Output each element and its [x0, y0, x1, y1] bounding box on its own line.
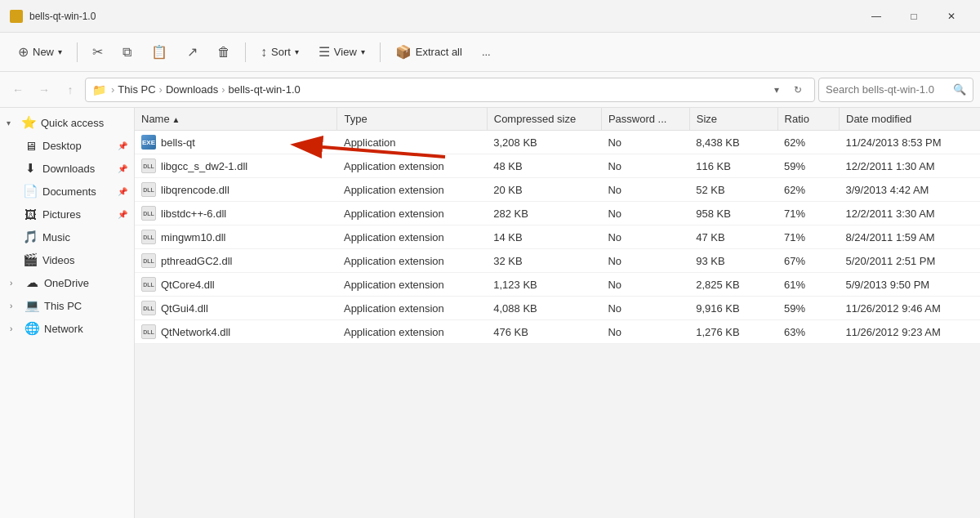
cell-size: 1,276 KB	[689, 320, 777, 344]
new-button[interactable]: ⊕ New ▾	[10, 40, 70, 64]
music-label: Music	[42, 231, 127, 243]
window-controls: — □ ✕	[858, 3, 970, 29]
share-button[interactable]: ↗	[179, 40, 206, 64]
cell-ratio: 59%	[777, 154, 839, 178]
sidebar-item-onedrive[interactable]: › ☁ OneDrive	[0, 271, 134, 294]
table-row[interactable]: DLL libgcc_s_dw2-1.dll Application exten…	[135, 154, 980, 178]
delete-icon: 🗑	[217, 45, 230, 60]
col-date[interactable]: Date modified	[840, 108, 981, 131]
table-row[interactable]: DLL libstdc++-6.dll Application extensio…	[135, 202, 980, 226]
close-button[interactable]: ✕	[933, 3, 970, 29]
minimize-button[interactable]: —	[858, 3, 895, 29]
cell-password: No	[601, 154, 689, 178]
address-input[interactable]: 📁 › This PC › Downloads › bells-qt-win-1…	[85, 78, 815, 102]
table-row[interactable]: DLL QtGui4.dll Application extension 4,0…	[135, 297, 980, 320]
pictures-icon: 🖼	[23, 207, 38, 221]
cell-size: 116 KB	[689, 154, 777, 178]
forward-button[interactable]: →	[33, 78, 56, 101]
cell-type: Application extension	[337, 297, 487, 320]
cell-password: No	[601, 249, 689, 273]
dll-file-icon: DLL	[141, 182, 156, 197]
cell-size: 93 KB	[689, 249, 777, 273]
back-button[interactable]: ←	[7, 78, 29, 101]
sort-dropdown-icon: ▾	[295, 47, 299, 56]
cell-compressed: 20 KB	[487, 178, 601, 202]
cell-type: Application extension	[337, 226, 487, 249]
cell-date: 11/26/2012 9:23 AM	[840, 320, 981, 344]
sidebar-item-thispc[interactable]: › 💻 This PC	[0, 294, 134, 317]
cell-name: DLL libgcc_s_dw2-1.dll	[135, 154, 337, 178]
downloads-label: Downloads	[42, 163, 113, 175]
sidebar-item-desktop[interactable]: 🖥 Desktop 📌	[0, 134, 134, 157]
cell-date: 8/24/2011 1:59 AM	[840, 226, 981, 249]
table-row[interactable]: DLL QtCore4.dll Application extension 1,…	[135, 273, 980, 297]
table-row[interactable]: EXE bells-qt Application 3,208 KB No 8,4…	[135, 131, 980, 154]
videos-label: Videos	[42, 254, 127, 266]
view-button[interactable]: ☰ View ▾	[310, 40, 373, 64]
path-folder: bells-qt-win-1.0	[229, 83, 301, 96]
sidebar-quick-access[interactable]: ▾ ⭐ Quick access	[0, 111, 134, 134]
new-icon: ⊕	[18, 44, 29, 60]
table-header: Name Type Compressed size Password ... S…	[135, 108, 980, 131]
toolbar: ⊕ New ▾ ✂ ⧉ 📋 ↗ 🗑 ↕ Sort ▾ ☰ View ▾ 📦 Ex…	[0, 33, 980, 72]
cell-type: Application	[337, 131, 487, 154]
cell-compressed: 14 KB	[487, 226, 601, 249]
sidebar-item-videos[interactable]: 🎬 Videos	[0, 248, 134, 271]
copy-icon: ⧉	[122, 45, 131, 60]
col-type[interactable]: Type	[337, 108, 487, 131]
table-row[interactable]: DLL libqrencode.dll Application extensio…	[135, 178, 980, 202]
sort-icon: ↕	[261, 45, 267, 60]
file-area-wrapper: Name Type Compressed size Password ... S…	[135, 108, 980, 518]
cell-name: DLL QtGui4.dll	[135, 297, 337, 320]
cell-ratio: 71%	[777, 202, 839, 226]
up-button[interactable]: ↑	[59, 78, 82, 101]
thispc-icon: 💻	[24, 298, 39, 313]
search-input[interactable]	[826, 83, 950, 96]
cell-compressed: 1,123 KB	[487, 273, 601, 297]
col-password[interactable]: Password ...	[601, 108, 689, 131]
dll-file-icon: DLL	[141, 301, 156, 315]
sidebar-item-music[interactable]: 🎵 Music	[0, 226, 134, 248]
cell-compressed: 32 KB	[487, 249, 601, 273]
search-box[interactable]: 🔍	[818, 78, 973, 102]
dropdown-icon[interactable]: ▾	[767, 80, 786, 100]
cell-name: DLL mingwm10.dll	[135, 226, 337, 249]
paste-button[interactable]: 📋	[143, 40, 176, 64]
cell-compressed: 282 KB	[487, 202, 601, 226]
table-row[interactable]: DLL QtNetwork4.dll Application extension…	[135, 320, 980, 344]
dll-file-icon: DLL	[141, 230, 156, 244]
copy-button[interactable]: ⧉	[114, 41, 140, 64]
col-name[interactable]: Name	[135, 108, 337, 131]
cell-size: 2,825 KB	[689, 273, 777, 297]
table-row[interactable]: DLL pthreadGC2.dll Application extension…	[135, 249, 980, 273]
extract-button[interactable]: 📦 Extract all	[387, 40, 470, 64]
maximize-button[interactable]: □	[895, 3, 933, 29]
view-icon: ☰	[318, 44, 330, 60]
cell-ratio: 59%	[777, 297, 839, 320]
more-button[interactable]: ...	[474, 42, 499, 62]
cell-ratio: 71%	[777, 226, 839, 249]
sidebar-item-network[interactable]: › 🌐 Network	[0, 317, 134, 340]
delete-button[interactable]: 🗑	[209, 41, 238, 64]
refresh-icon[interactable]: ↻	[788, 80, 808, 100]
cell-name: DLL libstdc++-6.dll	[135, 202, 337, 226]
file-area: Name Type Compressed size Password ... S…	[135, 108, 980, 344]
sidebar-item-documents[interactable]: 📄 Documents 📌	[0, 180, 134, 203]
col-compressed[interactable]: Compressed size	[487, 108, 601, 131]
cut-button[interactable]: ✂	[84, 40, 111, 64]
sidebar-item-downloads[interactable]: ⬇ Downloads 📌	[0, 157, 134, 180]
table-row[interactable]: DLL mingwm10.dll Application extension 1…	[135, 226, 980, 249]
file-name: libstdc++-6.dll	[161, 208, 226, 220]
cell-password: No	[601, 178, 689, 202]
cell-name: EXE bells-qt	[135, 131, 337, 154]
title-bar: bells-qt-win-1.0 — □ ✕	[0, 0, 980, 33]
title-bar-left: bells-qt-win-1.0	[10, 10, 96, 23]
thispc-label: This PC	[44, 300, 127, 312]
sort-button[interactable]: ↕ Sort ▾	[252, 41, 307, 64]
cell-compressed: 48 KB	[487, 154, 601, 178]
col-ratio[interactable]: Ratio	[777, 108, 839, 131]
cell-name: DLL pthreadGC2.dll	[135, 249, 337, 273]
col-size[interactable]: Size	[689, 108, 777, 131]
sidebar-item-pictures[interactable]: 🖼 Pictures 📌	[0, 203, 134, 226]
cell-size: 47 KB	[689, 226, 777, 249]
